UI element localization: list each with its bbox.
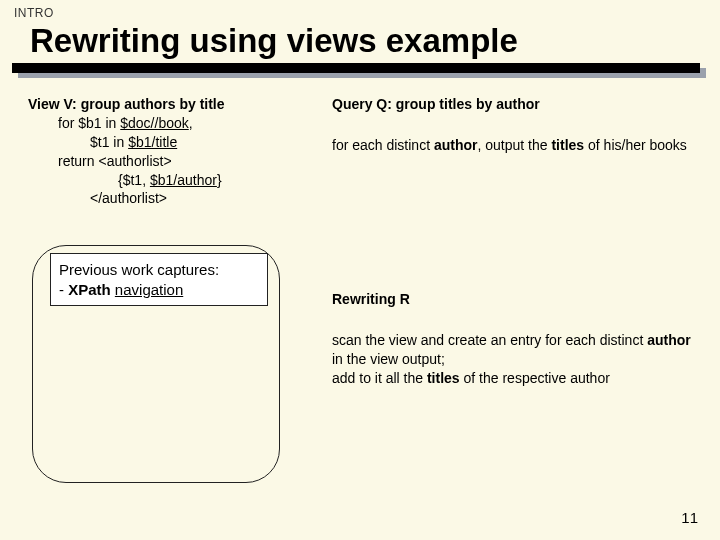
- view-line-5: </authorlist>: [90, 189, 318, 208]
- t: $t1 in: [90, 134, 128, 150]
- prev-line-1: Previous work captures:: [59, 260, 259, 280]
- t: $b1/author: [150, 172, 217, 188]
- t: , output the: [478, 137, 552, 153]
- view-line-1: for $b1 in $doc//book,: [58, 114, 318, 133]
- previous-work-box: Previous work captures: - XPath navigati…: [50, 253, 268, 306]
- page-title: Rewriting using views example: [30, 22, 518, 60]
- t: scan the view and create an entry for ea…: [332, 332, 647, 348]
- t: titles: [427, 370, 460, 386]
- t: XPath: [68, 281, 111, 298]
- t: $b1/title: [128, 134, 177, 150]
- t: {$t1,: [118, 172, 150, 188]
- t: author: [647, 332, 691, 348]
- view-line-2: $t1 in $b1/title: [90, 133, 318, 152]
- view-line-3: return <authorlist>: [58, 152, 318, 171]
- t: for $b1 in: [58, 115, 120, 131]
- t: titles: [551, 137, 584, 153]
- t: of his/her books: [584, 137, 687, 153]
- page-number: 11: [681, 509, 698, 526]
- t: add to it all the: [332, 370, 427, 386]
- t: in the view output;: [332, 351, 445, 367]
- query-body: for each distinct author, output the tit…: [332, 136, 692, 155]
- t: }: [217, 172, 222, 188]
- view-definition: View V: group authors by title for $b1 i…: [28, 95, 318, 208]
- view-line-4: {$t1, $b1/author}: [118, 171, 318, 190]
- prev-line-2: - XPath navigation: [59, 280, 259, 300]
- rewriting-heading: Rewriting R: [332, 290, 692, 309]
- t: of the respective author: [460, 370, 610, 386]
- query-block: Query Q: group titles by author for each…: [332, 95, 692, 177]
- t: for each distinct: [332, 137, 434, 153]
- title-rule: [12, 63, 700, 73]
- query-heading: Query Q: group titles by author: [332, 95, 692, 114]
- rewriting-line-1: scan the view and create an entry for ea…: [332, 331, 692, 369]
- view-heading: View V: group authors by title: [28, 95, 318, 114]
- rewriting-line-2: add to it all the titles of the respecti…: [332, 369, 692, 388]
- t: navigation: [115, 281, 183, 298]
- t: ,: [189, 115, 193, 131]
- t: $doc//book: [120, 115, 189, 131]
- t: author: [434, 137, 478, 153]
- section-header: INTRO: [14, 6, 54, 20]
- rewriting-block: Rewriting R scan the view and create an …: [332, 290, 692, 388]
- t: -: [59, 281, 68, 298]
